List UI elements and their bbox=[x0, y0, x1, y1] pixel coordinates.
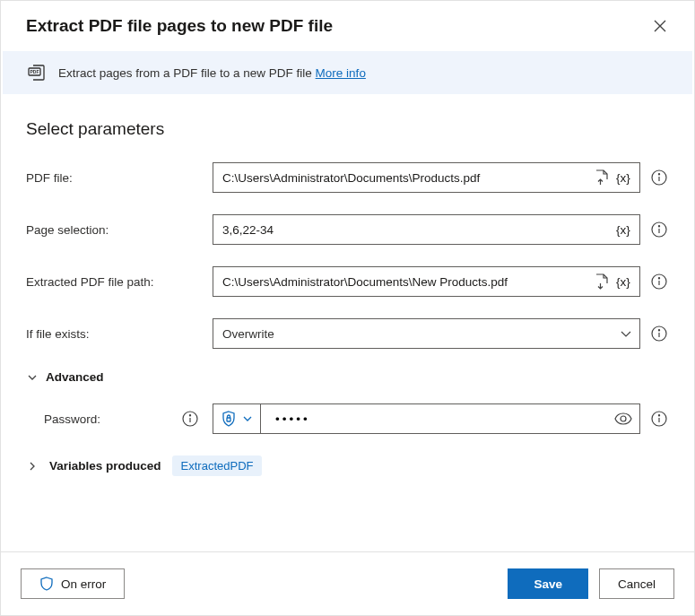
shield-icon bbox=[39, 577, 54, 591]
pdf-file-input[interactable] bbox=[222, 171, 591, 185]
info-icon bbox=[651, 221, 667, 238]
pdf-icon: PDF bbox=[28, 64, 48, 82]
file-picker-icon bbox=[595, 273, 609, 290]
save-button[interactable]: Save bbox=[508, 568, 588, 599]
info-button[interactable] bbox=[649, 168, 669, 187]
section-title: Select parameters bbox=[26, 119, 669, 139]
info-icon bbox=[651, 325, 667, 342]
info-icon bbox=[651, 273, 667, 290]
svg-text:PDF: PDF bbox=[30, 69, 39, 74]
if-file-exists-value: Overwrite bbox=[222, 327, 274, 341]
banner-text: Extract pages from a PDF file to a new P… bbox=[58, 66, 316, 80]
eye-icon bbox=[614, 412, 632, 425]
info-icon bbox=[651, 169, 667, 186]
password-label: Password: bbox=[44, 412, 100, 426]
on-error-button[interactable]: On error bbox=[21, 568, 125, 599]
advanced-expander[interactable]: Advanced bbox=[26, 370, 669, 384]
close-icon bbox=[654, 20, 666, 32]
on-error-label: On error bbox=[61, 577, 106, 591]
page-selection-label: Page selection: bbox=[26, 223, 213, 237]
chevron-right-icon bbox=[27, 461, 38, 472]
info-button[interactable] bbox=[180, 409, 200, 429]
advanced-label: Advanced bbox=[46, 370, 104, 384]
chevron-down-icon bbox=[620, 327, 632, 340]
if-file-exists-label: If file exists: bbox=[26, 327, 213, 341]
info-icon bbox=[651, 411, 667, 427]
info-button[interactable] bbox=[649, 324, 669, 343]
variables-produced-expander[interactable]: Variables produced ExtractedPDF bbox=[26, 455, 669, 476]
select-file-button[interactable] bbox=[591, 271, 612, 292]
variable-chip[interactable]: ExtractedPDF bbox=[172, 455, 263, 476]
variables-produced-label: Variables produced bbox=[49, 459, 161, 473]
password-input[interactable] bbox=[274, 412, 612, 427]
info-button[interactable] bbox=[649, 409, 669, 429]
variable-picker-button[interactable]: {x} bbox=[612, 219, 634, 240]
reveal-password-button[interactable] bbox=[612, 408, 634, 429]
info-button[interactable] bbox=[649, 272, 669, 291]
cancel-button[interactable]: Cancel bbox=[599, 568, 674, 599]
chevron-down-icon bbox=[242, 413, 253, 424]
chevron-down-icon bbox=[27, 372, 38, 383]
svg-point-15 bbox=[658, 415, 659, 416]
if-file-exists-select[interactable]: Overwrite bbox=[213, 318, 640, 349]
svg-point-7 bbox=[658, 278, 659, 279]
shield-lock-icon bbox=[221, 411, 237, 427]
svg-point-3 bbox=[658, 174, 659, 175]
info-button[interactable] bbox=[649, 220, 669, 239]
close-button[interactable] bbox=[647, 13, 673, 39]
dialog-title: Extract PDF file pages to new PDF file bbox=[26, 16, 333, 36]
svg-point-9 bbox=[658, 330, 659, 331]
file-picker-icon bbox=[595, 169, 609, 186]
select-file-button[interactable] bbox=[591, 167, 612, 188]
svg-rect-12 bbox=[227, 418, 230, 421]
info-banner: PDF Extract pages from a PDF file to a n… bbox=[3, 51, 692, 94]
pdf-file-label: PDF file: bbox=[26, 171, 213, 185]
info-icon bbox=[182, 411, 198, 427]
more-info-link[interactable]: More info bbox=[316, 66, 366, 80]
extracted-path-input[interactable] bbox=[222, 275, 591, 289]
variable-picker-button[interactable]: {x} bbox=[612, 167, 634, 188]
page-selection-input[interactable] bbox=[222, 223, 612, 237]
password-mode-picker[interactable] bbox=[213, 403, 260, 434]
svg-point-5 bbox=[658, 226, 659, 227]
extracted-path-label: Extracted PDF file path: bbox=[26, 275, 213, 289]
variable-picker-button[interactable]: {x} bbox=[612, 271, 634, 292]
svg-point-13 bbox=[621, 416, 626, 421]
svg-point-11 bbox=[189, 415, 190, 416]
